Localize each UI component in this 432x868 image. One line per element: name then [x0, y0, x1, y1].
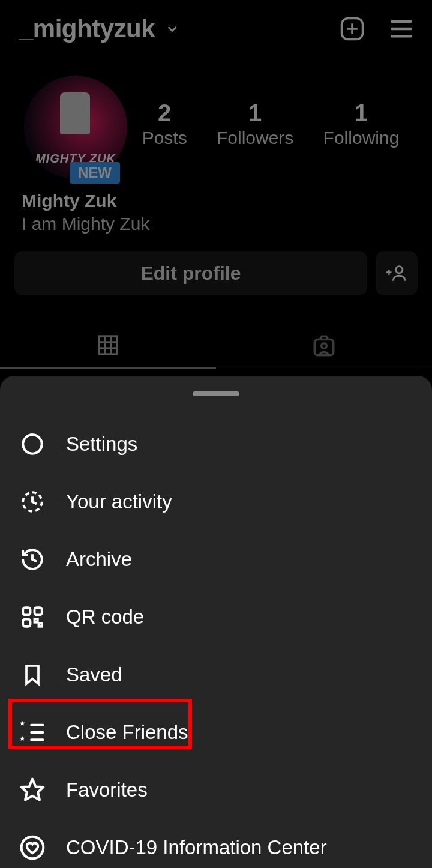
stat-followers[interactable]: 1 Followers: [217, 100, 293, 148]
hamburger-menu-icon[interactable]: [389, 16, 414, 41]
menu-favorites[interactable]: Favorites: [0, 761, 432, 819]
menu-covid[interactable]: COVID-19 Information Center: [0, 819, 432, 868]
tagged-icon: [311, 333, 337, 358]
svg-rect-21: [23, 619, 30, 627]
avatar[interactable]: MIGHTY ZUK NEW: [24, 76, 127, 179]
sheet-handle[interactable]: [193, 391, 239, 396]
menu-settings-label: Settings: [66, 433, 137, 456]
svg-rect-23: [39, 624, 42, 627]
username-label[interactable]: _mightyzuk: [19, 14, 155, 43]
bookmark-icon: [19, 662, 46, 688]
activity-icon: [19, 489, 46, 515]
stat-following[interactable]: 1 Following: [323, 100, 400, 148]
discover-people-button[interactable]: [376, 251, 418, 295]
profile-header: _mightyzuk: [0, 0, 432, 58]
menu-archive-label: Archive: [66, 548, 132, 571]
menu-qr[interactable]: QR code: [0, 588, 432, 646]
bio-text: I am Mighty Zuk: [22, 214, 410, 234]
star-icon: [19, 777, 46, 803]
add-user-icon: [386, 263, 407, 283]
archive-icon: [19, 546, 46, 573]
menu-saved-label: Saved: [66, 663, 122, 686]
svg-rect-20: [35, 607, 42, 615]
display-name: Mighty Zuk: [22, 191, 410, 211]
heart-circle-icon: [19, 834, 46, 861]
highlight-box: [8, 699, 192, 749]
svg-marker-27: [22, 779, 44, 800]
svg-point-28: [22, 837, 44, 859]
svg-rect-22: [35, 619, 38, 622]
menu-activity-label: Your activity: [66, 490, 172, 513]
following-label: Following: [323, 128, 400, 148]
menu-saved[interactable]: Saved: [0, 646, 432, 704]
followers-count: 1: [217, 100, 293, 127]
svg-rect-9: [99, 336, 117, 354]
menu-favorites-label: Favorites: [66, 779, 148, 801]
svg-rect-19: [23, 607, 30, 615]
menu-bottom-sheet: Settings Your activity Archive QR code S…: [0, 376, 432, 868]
tagged-tab[interactable]: [216, 323, 432, 369]
menu-activity[interactable]: Your activity: [0, 473, 432, 531]
menu-qr-label: QR code: [66, 606, 144, 628]
posts-label: Posts: [142, 128, 187, 148]
menu-archive[interactable]: Archive: [0, 531, 432, 588]
chevron-down-icon[interactable]: [166, 22, 179, 35]
svg-point-15: [322, 343, 327, 349]
settings-icon: [19, 431, 46, 457]
following-count: 1: [323, 100, 400, 127]
menu-settings[interactable]: Settings: [0, 415, 432, 473]
qr-icon: [19, 604, 46, 630]
stat-posts[interactable]: 2 Posts: [142, 100, 187, 148]
new-badge: NEW: [70, 162, 120, 184]
create-icon[interactable]: [340, 16, 365, 41]
menu-covid-label: COVID-19 Information Center: [66, 836, 327, 859]
followers-label: Followers: [217, 128, 293, 148]
posts-count: 2: [142, 100, 187, 127]
grid-tab[interactable]: [0, 323, 216, 369]
svg-point-6: [396, 267, 403, 273]
edit-profile-button[interactable]: Edit profile: [14, 251, 367, 295]
grid-icon: [96, 333, 120, 357]
